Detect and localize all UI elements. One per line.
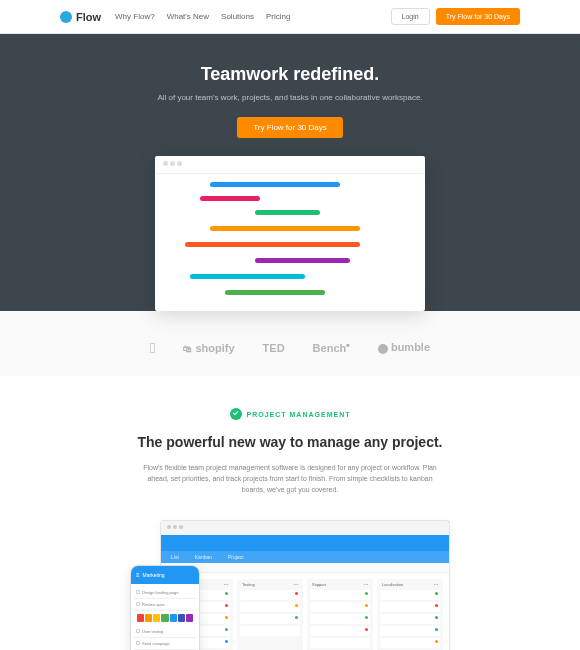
kanban-card [380,614,440,624]
gantt-bar [210,226,360,231]
phone-task-item: Design landing page [134,587,196,599]
logos-row:  🛍 shopify TED Bench■ bumble [0,339,580,356]
header-cta-button[interactable]: Try Flow for 30 Days [436,8,520,25]
app-titlebar [161,521,449,535]
header-right: Login Try Flow for 30 Days [391,8,520,25]
app-preview: List Kanban Project Content⋯ Tes [130,520,450,650]
app-tab: List [171,554,179,560]
hero-title: Teamwork redefined. [0,64,580,85]
kanban-card [310,626,370,636]
checkbox-icon [136,629,140,633]
checkbox-icon [136,590,140,594]
nav-why[interactable]: Why Flow? [115,12,155,21]
app-subheader [161,563,449,573]
kanban-card [240,614,300,624]
phone-title: Marketing [143,572,165,578]
login-button[interactable]: Login [391,8,430,25]
hero-subtitle: All of your team's work, projects, and t… [0,93,580,102]
main-header: Flow Why Flow? What's New Solutions Pric… [0,0,580,34]
kanban-card [310,614,370,624]
gantt-bar [200,196,260,201]
tag-text: PROJECT MANAGEMENT [247,411,351,418]
phone-calendar [134,611,196,626]
gantt-chart [155,174,425,311]
kanban-column: Support⋯ [307,579,373,650]
kanban-card [310,602,370,612]
bumble-logo: bumble [378,341,430,353]
phone-task-item: User testing [134,626,196,638]
kanban-card [380,638,440,648]
kanban-column: Localization⋯ [377,579,443,650]
phone-task-list: Design landing page Review spec User tes… [131,584,199,650]
kanban-board: Content⋯ Testing⋯ [161,573,449,650]
window-controls [167,525,183,529]
logo[interactable]: Flow [60,11,101,23]
kanban-card [310,638,370,648]
gantt-bar [225,290,325,295]
kanban-col-title: Testing⋯ [240,582,300,587]
gantt-bar [255,210,320,215]
app-tabs: List Kanban Project [161,551,449,563]
kanban-card [380,626,440,636]
gantt-header [155,156,425,174]
nav-whatsnew[interactable]: What's New [167,12,209,21]
app-toolbar [161,535,449,551]
kanban-card [380,602,440,612]
bench-logo: Bench■ [313,342,350,354]
hero-screenshot [155,156,425,311]
kanban-card [380,590,440,600]
app-window: List Kanban Project Content⋯ Tes [160,520,450,650]
window-controls [163,161,182,166]
section-tag: PROJECT MANAGEMENT [230,408,351,420]
shopify-logo: 🛍 shopify [183,342,234,354]
hero-section: Teamwork redefined. All of your team's w… [0,34,580,311]
kanban-col-title: Localization⋯ [380,582,440,587]
gantt-bar [185,242,360,247]
app-tab: Kanban [195,554,212,560]
section-desc: Flow's flexible team project management … [140,462,440,496]
checkbox-icon [136,641,140,645]
logos-section:  🛍 shopify TED Bench■ bumble [0,311,580,376]
nav-solutions[interactable]: Solutions [221,12,254,21]
phone-mockup: ≡ Marketing Design landing page Review s… [130,565,200,650]
app-tab: Project [228,554,244,560]
logo-icon [60,11,72,23]
hero-cta-button[interactable]: Try Flow for 30 Days [237,117,343,138]
kanban-card [240,590,300,600]
phone-task-item: Send campaign [134,638,196,650]
kanban-card [240,626,300,636]
kanban-card [240,602,300,612]
header-left: Flow Why Flow? What's New Solutions Pric… [60,11,290,23]
main-nav: Why Flow? What's New Solutions Pricing [115,12,290,21]
phone-header: ≡ Marketing [131,566,199,584]
logo-text: Flow [76,11,101,23]
kanban-col-title: Support⋯ [310,582,370,587]
gantt-bar [190,274,305,279]
gantt-bar [255,258,350,263]
phone-task-item: Review spec [134,599,196,611]
checkmark-icon [230,408,242,420]
apple-logo-icon:  [150,339,155,356]
hamburger-icon: ≡ [136,572,140,578]
kanban-column: Testing⋯ [237,579,303,650]
kanban-card [310,590,370,600]
ted-logo: TED [263,342,285,354]
nav-pricing[interactable]: Pricing [266,12,290,21]
checkbox-icon [136,602,140,606]
pm-section: PROJECT MANAGEMENT The powerful new way … [0,376,580,650]
section-title: The powerful new way to manage any proje… [0,434,580,450]
gantt-bar [210,182,340,187]
